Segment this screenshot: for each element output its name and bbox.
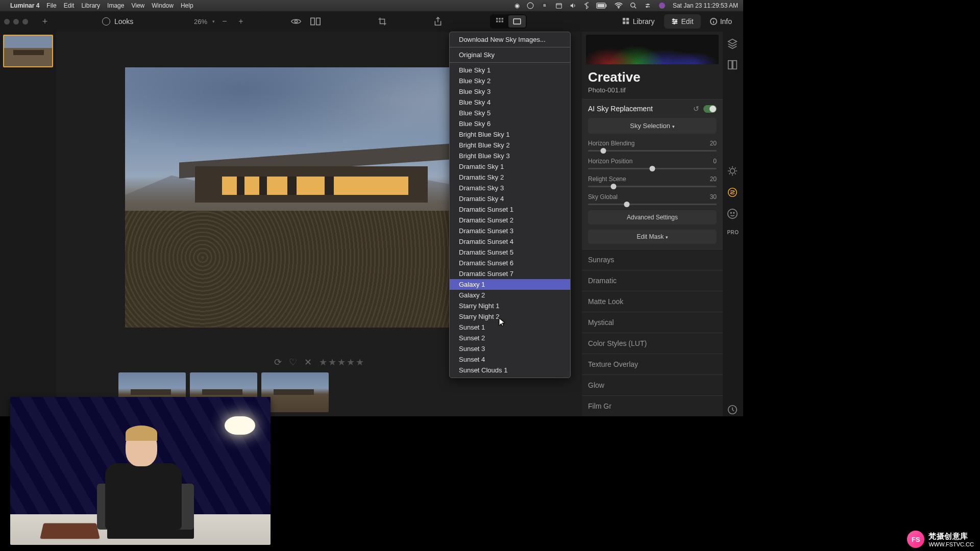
sky-option[interactable]: Blue Sky 1 — [450, 65, 570, 76]
star-rating[interactable]: ★★★★★ — [319, 357, 364, 368]
eye-preview-icon[interactable] — [291, 18, 301, 25]
menubar-wifi-icon[interactable] — [615, 3, 623, 9]
section-texture-overlay[interactable]: Texture Overlay — [582, 354, 723, 374]
sky-option[interactable]: Original Sky — [450, 49, 570, 60]
menubar-volume-icon[interactable] — [570, 2, 577, 9]
sky-option[interactable]: Bright Blue Sky 2 — [450, 140, 570, 151]
sky-option[interactable]: Starry Night 1 — [450, 300, 570, 311]
reject-x-icon[interactable]: ✕ — [304, 357, 312, 368]
zoom-value[interactable]: 26% — [194, 18, 207, 26]
portrait-tool-icon[interactable] — [727, 208, 739, 220]
canvas-tool-icon[interactable] — [727, 59, 739, 71]
filmstrip-thumb-selected[interactable] — [3, 35, 53, 67]
essentials-tool-icon[interactable] — [727, 165, 739, 178]
sky-option[interactable]: Blue Sky 2 — [450, 76, 570, 86]
menubar-bluetooth-icon[interactable] — [584, 2, 589, 9]
advanced-settings-button[interactable]: Advanced Settings — [588, 210, 717, 224]
menubar-siri-icon[interactable] — [658, 2, 666, 9]
bottom-thumb[interactable] — [261, 372, 329, 412]
looks-button[interactable]: Looks — [102, 17, 133, 26]
menu-file[interactable]: File — [46, 2, 56, 9]
crop-button[interactable] — [378, 17, 387, 26]
sky-option[interactable]: Galaxy 2 — [450, 290, 570, 300]
menu-help[interactable]: Help — [181, 2, 193, 9]
histogram[interactable] — [586, 35, 719, 64]
pro-tool-label[interactable]: PRO — [727, 230, 739, 235]
window-traffic-lights[interactable] — [4, 19, 28, 24]
section-toggle[interactable] — [703, 105, 717, 113]
zoom-in-button[interactable]: + — [234, 15, 248, 28]
chevron-down-icon[interactable]: ▾ — [212, 19, 215, 24]
zoom-out-button[interactable]: − — [218, 15, 231, 28]
menubar-b-icon[interactable]: B — [541, 2, 548, 9]
section-color-styles-lut-[interactable]: Color Styles (LUT) — [582, 333, 723, 354]
sky-option[interactable]: Galaxy 1 — [450, 279, 570, 290]
single-view-button[interactable] — [508, 15, 526, 28]
menu-image[interactable]: Image — [107, 2, 124, 9]
edit-mask-button[interactable]: Edit Mask ▾ — [588, 230, 717, 244]
sky-option[interactable]: Sunset 2 — [450, 333, 570, 343]
sky-option[interactable]: Blue Sky 3 — [450, 86, 570, 97]
menubar-control-center-icon[interactable] — [644, 2, 651, 9]
menu-view[interactable]: View — [131, 2, 144, 9]
menu-library[interactable]: Library — [81, 2, 100, 9]
tab-info[interactable]: Info — [703, 14, 739, 29]
sky-option[interactable]: Dramatic Sunset 2 — [450, 215, 570, 226]
sky-option[interactable]: Sunset 3 — [450, 343, 570, 354]
creative-tool-icon[interactable] — [727, 187, 739, 199]
section-mystical[interactable]: Mystical — [582, 312, 723, 333]
section-ai-sky-label[interactable]: AI Sky Replacement — [588, 105, 653, 113]
sky-option[interactable]: Dramatic Sunset 6 — [450, 258, 570, 268]
section-sunrays[interactable]: Sunrays — [582, 249, 723, 270]
sky-option[interactable]: Dramatic Sunset 3 — [450, 226, 570, 236]
sky-option[interactable]: Bright Blue Sky 1 — [450, 129, 570, 140]
add-button[interactable]: + — [37, 15, 53, 28]
menu-edit[interactable]: Edit — [64, 2, 75, 9]
reset-icon[interactable]: ↺ — [693, 105, 699, 113]
sky-option[interactable]: Dramatic Sunset 5 — [450, 247, 570, 258]
tab-library[interactable]: Library — [616, 14, 662, 29]
sky-option[interactable]: Dramatic Sky 4 — [450, 193, 570, 204]
sky-option[interactable]: Download New Sky Images... — [450, 34, 570, 45]
slider-3[interactable] — [588, 204, 717, 205]
sky-option[interactable]: Dramatic Sky 2 — [450, 172, 570, 183]
menubar-cc-icon[interactable] — [527, 2, 534, 9]
sky-option[interactable]: Dramatic Sky 1 — [450, 161, 570, 172]
sky-option[interactable]: Blue Sky 5 — [450, 108, 570, 118]
sky-option[interactable]: Dramatic Sunset 1 — [450, 204, 570, 215]
sky-option[interactable]: Starry Night 2 — [450, 311, 570, 322]
layers-tool-icon[interactable] — [727, 38, 739, 50]
sky-option[interactable]: Sunset 1 — [450, 322, 570, 333]
slider-0[interactable] — [588, 150, 717, 152]
app-name[interactable]: Luminar 4 — [10, 2, 39, 9]
menubar-battery-icon[interactable] — [596, 3, 607, 9]
grid-view-button[interactable] — [491, 15, 508, 28]
menubar-clock[interactable]: Sat Jan 23 11:29:53 AM — [673, 2, 738, 9]
section-glow[interactable]: Glow — [582, 374, 723, 395]
sky-option[interactable]: Bright Blue Sky 3 — [450, 151, 570, 161]
sky-option[interactable]: Sunset 4 — [450, 354, 570, 365]
section-film-gr[interactable]: Film Gr — [582, 395, 723, 416]
menubar-record-icon[interactable]: ◉ — [514, 2, 520, 9]
menu-window[interactable]: Window — [152, 2, 174, 9]
menubar-search-icon[interactable] — [630, 2, 637, 9]
sky-option[interactable]: Dramatic Sky 3 — [450, 183, 570, 193]
slider-1[interactable] — [588, 168, 717, 169]
sky-option[interactable]: Dramatic Sunset 4 — [450, 236, 570, 247]
slider-2[interactable] — [588, 186, 717, 187]
history-tool-icon[interactable] — [727, 404, 739, 416]
favorite-heart-icon[interactable]: ♡ — [289, 357, 297, 368]
sky-option[interactable]: Blue Sky 6 — [450, 118, 570, 129]
section-dramatic[interactable]: Dramatic — [582, 270, 723, 291]
tab-info-label: Info — [720, 17, 732, 26]
tab-edit[interactable]: Edit — [664, 14, 701, 29]
flag-cycle-icon[interactable]: ⟳ — [274, 357, 282, 368]
sky-option[interactable]: Blue Sky 4 — [450, 97, 570, 108]
sky-option[interactable]: Dramatic Sunset 7 — [450, 268, 570, 279]
sky-selection-dropdown[interactable]: Sky Selection ▾ — [588, 118, 717, 134]
menubar-calendar-icon[interactable] — [555, 2, 562, 9]
sky-option[interactable]: Sunset Clouds 1 — [450, 365, 570, 375]
compare-icon[interactable] — [310, 17, 321, 26]
share-button[interactable] — [434, 17, 442, 26]
section-matte-look[interactable]: Matte Look — [582, 291, 723, 312]
